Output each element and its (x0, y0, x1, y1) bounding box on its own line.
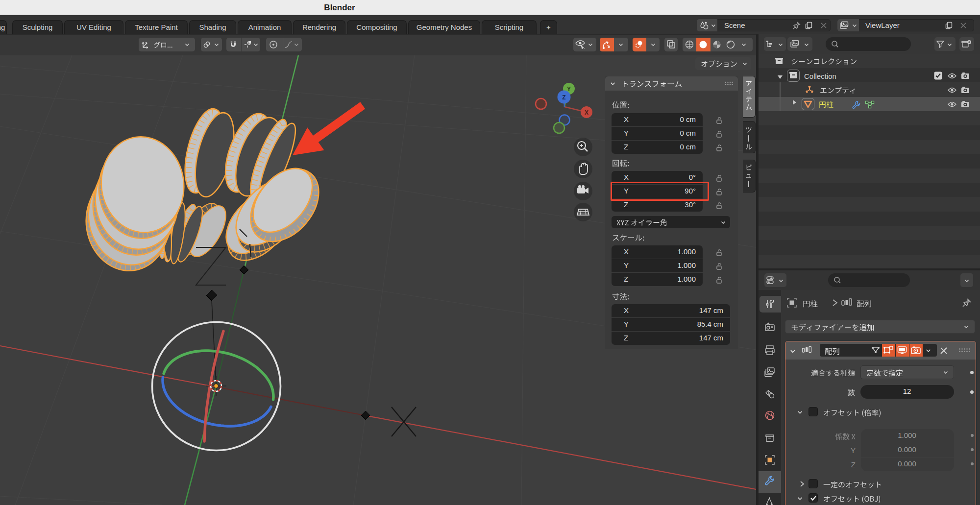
svg-text:Z: Z (562, 94, 565, 101)
svg-text:X: X (585, 109, 588, 116)
